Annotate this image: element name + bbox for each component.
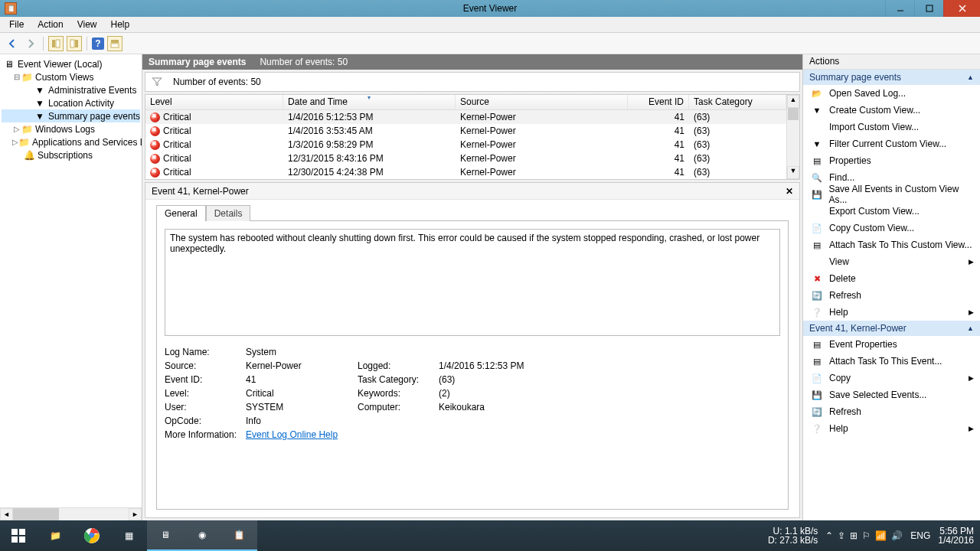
show-tree-button[interactable] <box>48 36 64 51</box>
action-item[interactable]: ▤Event Properties <box>803 336 980 353</box>
action-item[interactable]: ▤Attach Task To This Event... <box>803 353 980 370</box>
col-date-label: Date and Time <box>288 96 348 107</box>
action-item[interactable]: ✖Delete <box>803 270 980 287</box>
preview-button[interactable] <box>107 36 122 51</box>
scroll-right-icon[interactable]: ► <box>129 508 142 520</box>
close-button[interactable] <box>943 0 980 17</box>
taskbar-explorer[interactable]: 📁 <box>37 520 74 551</box>
taskbar-clock[interactable]: 5:56 PM 1/4/2016 <box>938 527 974 545</box>
taskbar-event-viewer[interactable]: 📋 <box>220 520 257 551</box>
menu-file[interactable]: File <box>3 18 30 31</box>
cell-level: Critical <box>163 139 191 150</box>
expand-icon[interactable]: ▷ <box>12 138 18 146</box>
minimize-button[interactable] <box>885 0 914 17</box>
action-label: Create Custom View... <box>829 105 920 116</box>
scroll-thumb[interactable] <box>788 108 799 120</box>
action-item[interactable]: 🔄Refresh <box>803 287 980 304</box>
tree-root[interactable]: 🖥Event Viewer (Local) <box>2 57 140 70</box>
usb-icon[interactable]: ⇪ <box>838 530 845 541</box>
close-detail-button[interactable]: ✕ <box>786 186 793 197</box>
table-row[interactable]: Critical1/4/2016 3:53:45 AMKernel-Power4… <box>145 124 786 138</box>
action-item[interactable]: 📄Copy▶ <box>803 370 980 386</box>
scroll-down-icon[interactable]: ▼ <box>787 166 799 179</box>
cell-level: Critical <box>163 167 191 178</box>
grid-scrollbar[interactable]: ▲ ▼ <box>786 95 799 179</box>
cell-task: (63) <box>689 166 786 178</box>
chevron-up-icon[interactable]: ⌃ <box>825 530 833 541</box>
action-label: Copy <box>829 373 851 383</box>
tree-location-activity[interactable]: ▼Location Activity <box>2 96 140 109</box>
action-item[interactable]: Export Custom View... <box>803 203 980 220</box>
action-item[interactable]: ❔Help▶ <box>803 304 980 321</box>
col-level[interactable]: Level <box>145 95 283 109</box>
scroll-left-icon[interactable]: ◄ <box>0 508 13 520</box>
actions-group-event[interactable]: Event 41, Kernel-Power▲ <box>803 321 980 336</box>
table-row[interactable]: Critical12/31/2015 8:43:16 PMKernel-Powe… <box>145 152 786 165</box>
action-item[interactable]: 💾Save All Events in Custom View As... <box>803 186 980 203</box>
menu-action[interactable]: Action <box>31 18 69 31</box>
action-item[interactable]: ▼Create Custom View... <box>803 102 980 119</box>
action-center-icon[interactable]: ⚐ <box>862 530 871 541</box>
action-label: Attach Task To This Custom View... <box>829 240 972 250</box>
cell-eventid: 41 <box>628 139 689 151</box>
collapse-icon[interactable]: ⊟ <box>12 73 21 81</box>
tree-windows-logs[interactable]: ▷📁Windows Logs <box>2 122 140 135</box>
scroll-thumb[interactable] <box>13 508 59 520</box>
taskbar-app-1[interactable]: ▦ <box>110 520 147 551</box>
expand-icon[interactable]: ▷ <box>12 125 21 133</box>
help-button[interactable]: ? <box>92 37 104 50</box>
action-item[interactable]: ❔Help▶ <box>803 420 980 437</box>
table-row[interactable]: Critical1/4/2016 5:12:53 PMKernel-Power4… <box>145 110 786 124</box>
event-log-help-link[interactable]: Event Log Online Help <box>246 429 353 440</box>
action-icon <box>811 205 823 217</box>
action-item[interactable]: Import Custom View... <box>803 119 980 135</box>
cell-eventid: 41 <box>628 111 689 123</box>
scroll-up-icon[interactable]: ▲ <box>787 95 799 108</box>
taskbar-chrome[interactable] <box>74 520 110 551</box>
language-indicator[interactable]: ENG <box>910 530 930 541</box>
error-icon <box>150 168 160 178</box>
actions-group-summary[interactable]: Summary page events▲ <box>803 70 980 85</box>
maximize-button[interactable] <box>914 0 943 17</box>
windows-icon[interactable]: ⊞ <box>850 530 858 541</box>
menu-view[interactable]: View <box>71 18 103 31</box>
menu-help[interactable]: Help <box>105 18 136 31</box>
volume-icon[interactable]: 🔊 <box>891 530 903 541</box>
tray-icons[interactable]: ⌃ ⇪ ⊞ ⚐ 📶 🔊 <box>825 530 903 541</box>
event-message: The system has rebooted without cleanly … <box>165 229 780 336</box>
table-row[interactable]: Critical12/30/2015 4:24:38 PMKernel-Powe… <box>145 165 786 179</box>
taskbar-app-3[interactable]: ◉ <box>184 520 220 551</box>
action-item[interactable]: ▤Attach Task To This Custom View... <box>803 236 980 253</box>
back-button[interactable] <box>5 36 20 51</box>
col-eventid[interactable]: Event ID <box>628 95 689 109</box>
tree-subscriptions[interactable]: 🔔Subscriptions <box>2 148 140 161</box>
table-row[interactable]: Critical1/3/2016 9:58:29 PMKernel-Power4… <box>145 138 786 152</box>
actions-group-label: Summary page events <box>809 72 901 83</box>
tree-summary-page-events[interactable]: ▼Summary page events <box>2 109 140 122</box>
action-item[interactable]: View▶ <box>803 253 980 270</box>
tree-custom-views[interactable]: ⊟📁Custom Views <box>2 70 140 83</box>
tree-app-services-logs[interactable]: ▷📁Applications and Services Lo <box>2 135 140 148</box>
tree-scrollbar[interactable]: ◄ ► <box>0 507 142 520</box>
action-item[interactable]: ▼Filter Current Custom View... <box>803 135 980 152</box>
forward-button[interactable] <box>23 36 38 51</box>
tab-details[interactable]: Details <box>206 205 251 221</box>
col-taskcategory[interactable]: Task Category <box>689 95 786 109</box>
action-item[interactable]: 📂Open Saved Log... <box>803 85 980 102</box>
show-actions-button[interactable] <box>67 36 82 51</box>
action-item[interactable]: 📄Copy Custom View... <box>803 220 980 236</box>
tree-admin-events[interactable]: ▼Administrative Events <box>2 83 140 96</box>
col-date[interactable]: Date and Time▾ <box>283 95 456 109</box>
cell-task: (63) <box>689 152 786 165</box>
action-item[interactable]: 💾Save Selected Events... <box>803 386 980 403</box>
col-source[interactable]: Source <box>456 95 628 109</box>
action-item[interactable]: ▤Properties <box>803 152 980 169</box>
network-icon[interactable]: 📶 <box>875 530 887 541</box>
taskbar-app-2[interactable]: 🖥 <box>147 520 184 551</box>
start-button[interactable] <box>0 520 37 551</box>
network-meter[interactable]: U: 1.1 kB/s D: 27.3 kB/s <box>768 527 818 545</box>
action-icon: 💾 <box>811 188 822 201</box>
submenu-arrow-icon: ▶ <box>969 425 974 432</box>
action-item[interactable]: 🔄Refresh <box>803 403 980 420</box>
tab-general[interactable]: General <box>156 205 206 221</box>
